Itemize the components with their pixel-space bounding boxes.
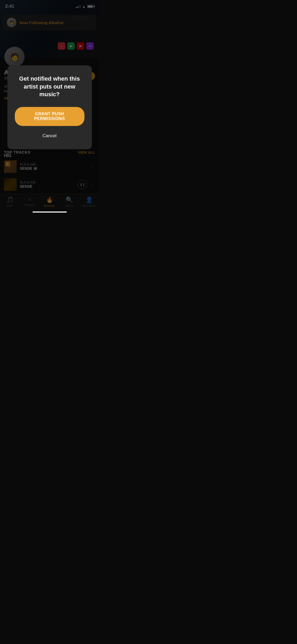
home-indicator (32, 211, 67, 213)
notification-modal: Get notified when this artist puts out n… (7, 65, 92, 149)
modal-title: Get notified when this artist puts out n… (15, 75, 84, 98)
cancel-button[interactable]: Cancel (40, 131, 59, 141)
grant-permissions-button[interactable]: GRANT PUSH PERMISSIONS (15, 107, 84, 126)
modal-overlay[interactable]: ✕ Get notified when this artist puts out… (0, 0, 99, 215)
